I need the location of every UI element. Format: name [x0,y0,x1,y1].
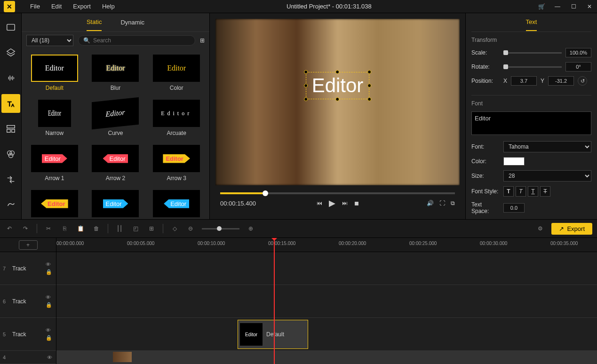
asset-item-arcuate[interactable]: Editor Arcuate [148,100,205,136]
scale-slider[interactable] [503,52,562,54]
filter-dropdown[interactable]: All (18) [26,35,73,46]
asset-item-arrow-2[interactable]: Editor Arrow 2 [88,145,144,182]
resize-handle-tr[interactable] [367,70,371,74]
lock-icon[interactable]: 🔒 [46,335,52,341]
tab-static[interactable]: Static [87,14,102,31]
tool-transitions[interactable] [1,170,20,189]
menu-edit[interactable]: Edit [46,3,67,10]
prev-frame-button[interactable]: ⏮ [317,200,322,206]
search-input[interactable] [93,37,190,44]
rotate-slider[interactable] [503,66,562,68]
asset-item-curve[interactable]: Editor Curve [88,100,144,136]
marker-button[interactable]: ◇ [170,225,179,232]
aspect-icon[interactable]: ⛶ [439,200,445,206]
resize-handle-tm[interactable] [336,70,340,74]
resize-handle-br[interactable] [367,97,371,101]
track-header-5[interactable]: 5 Track 👁 🔒 [0,318,56,351]
track-content[interactable]: 00:00:00.000 00:00:05.000 00:00:10.000 0… [56,238,597,364]
reset-position-button[interactable]: ↺ [578,76,587,86]
resize-handle-bl[interactable] [304,97,308,101]
resize-handle-ml[interactable] [304,84,308,87]
resize-handle-tl[interactable] [304,70,308,74]
track-header-6[interactable]: 6 Track 👁 🔒 [0,285,56,318]
export-button[interactable]: ↗ Export [551,223,592,235]
asset-item-arrow-6[interactable]: Editor Arrow 6 [148,190,205,219]
crop-button[interactable]: ◰ [131,225,140,232]
tool-text[interactable]: TA [1,94,20,113]
delete-button[interactable]: 🗑 [92,225,101,232]
font-family-select[interactable]: Tahoma [503,141,591,152]
font-size-select[interactable]: 28 [503,170,591,182]
undo-button[interactable]: ↶ [5,225,14,232]
media-clip-thumb[interactable] [113,352,132,362]
menu-help[interactable]: Help [96,3,120,10]
play-button[interactable]: ▶ [329,198,335,208]
fullscreen-icon[interactable]: ⧉ [451,200,455,206]
color-swatch[interactable] [503,157,525,166]
tool-filters[interactable] [1,145,20,164]
asset-item-arrow-5[interactable]: Editor Arrow 5 [88,190,144,219]
copy-button[interactable]: ⎘ [60,225,69,232]
zoom-slider[interactable] [202,228,239,229]
position-x-input[interactable] [511,76,537,86]
menu-file[interactable]: File [24,3,46,10]
cut-button[interactable]: ✂ [44,225,53,232]
next-frame-button[interactable]: ⏭ [342,200,348,206]
minimize-button[interactable]: — [554,3,561,10]
visibility-icon[interactable]: 👁 [46,261,52,267]
volume-icon[interactable]: 🔊 [427,200,434,206]
position-y-input[interactable] [548,76,574,86]
rotate-input[interactable] [565,62,591,71]
playhead[interactable] [274,238,275,364]
maximize-button[interactable]: ☐ [570,3,577,10]
text-overlay[interactable]: Editor [306,72,370,99]
underline-button[interactable]: T [528,186,538,197]
asset-item-arrow-4[interactable]: Editor Arrow 4 [26,190,83,219]
tool-templates[interactable] [1,119,20,138]
resize-handle-bm[interactable] [336,97,340,101]
group-button[interactable]: ⊞ [147,225,156,232]
tool-layers[interactable] [1,43,20,62]
cart-icon[interactable]: 🛒 [538,3,545,10]
text-space-input[interactable] [503,203,525,213]
progress-knob[interactable] [263,190,268,196]
visibility-icon[interactable]: 👁 [46,327,52,333]
preview-progress-bar[interactable] [220,192,455,194]
zoom-out-button[interactable]: ⊖ [186,225,195,232]
italic-button[interactable]: T [516,186,526,197]
split-button[interactable]: ⎮⎮ [115,225,124,232]
tab-dynamic[interactable]: Dynamic [120,14,144,31]
tool-effects[interactable] [1,196,20,214]
tab-text-properties[interactable]: Text [526,14,537,31]
add-track-button[interactable]: + [19,240,38,250]
resize-handle-mr[interactable] [367,84,371,87]
tool-audio[interactable] [1,69,20,87]
asset-item-color[interactable]: Editor Color [148,55,205,91]
text-content-input[interactable]: Editor [471,111,591,135]
grid-view-icon[interactable]: ⊞ [200,37,205,44]
close-button[interactable]: ✕ [586,3,593,10]
preview-video[interactable]: Editor [215,19,460,185]
settings-icon[interactable]: ⚙ [535,225,545,232]
visibility-icon[interactable]: 👁 [47,355,52,360]
redo-button[interactable]: ↷ [21,225,30,232]
track-row-4[interactable] [56,351,597,364]
asset-item-arrow-3[interactable]: Editor Arrow 3 [148,145,205,182]
track-row-5[interactable]: Editor Default [56,318,597,351]
zoom-in-button[interactable]: ⊕ [246,225,255,232]
track-header-7[interactable]: 7 Track 👁 🔒 [0,252,56,285]
asset-item-narrow[interactable]: Editor Narrow [26,100,83,136]
timeline-ruler[interactable]: 00:00:00.000 00:00:05.000 00:00:10.000 0… [56,238,597,252]
paste-button[interactable]: 📋 [76,225,85,232]
tool-media[interactable] [1,18,20,37]
lock-icon[interactable]: 🔒 [46,269,52,275]
timeline-clip[interactable]: Editor Default [238,320,308,349]
visibility-icon[interactable]: 👁 [46,294,52,300]
asset-item-arrow-1[interactable]: Editor Arrow 1 [26,145,83,182]
stop-button[interactable]: ◼ [354,200,359,206]
track-header-4[interactable]: 4 👁 [0,351,56,364]
lock-icon[interactable]: 🔒 [46,302,52,308]
track-row-6[interactable] [56,285,597,318]
menu-export[interactable]: Export [67,3,96,10]
asset-item-blur[interactable]: Editor Blur [88,55,144,91]
